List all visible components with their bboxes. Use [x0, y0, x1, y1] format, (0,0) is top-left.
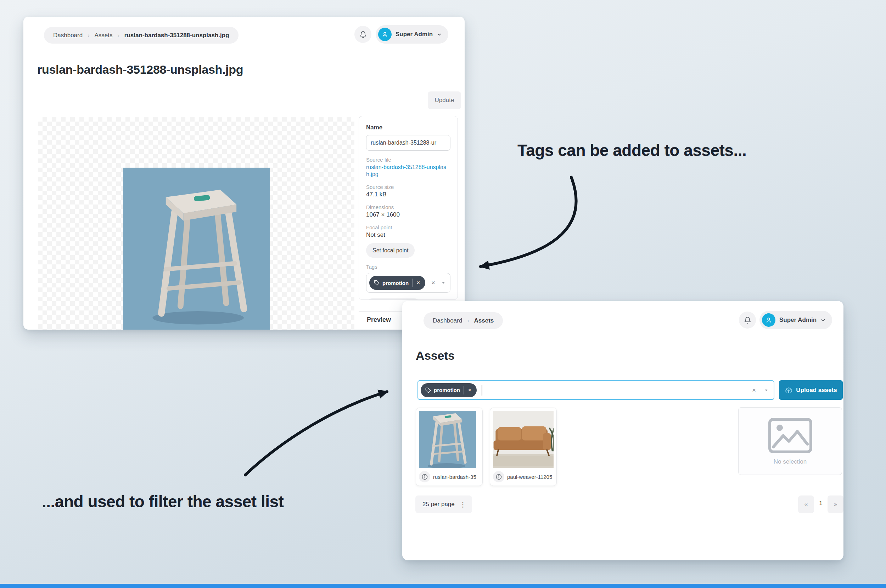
name-label: Name	[366, 124, 450, 131]
text-cursor	[482, 385, 482, 396]
asset-info-button[interactable]	[419, 471, 430, 482]
chevron-down-icon	[820, 318, 826, 323]
clear-filter-icon[interactable]: ×	[752, 386, 756, 394]
pagination-next-button[interactable]: »	[828, 495, 844, 513]
asset-info-button[interactable]	[493, 471, 504, 482]
page-title: ruslan-bardash-351288-unsplash.jpg	[37, 63, 243, 76]
asset-detail-window: Dashboard › Assets › ruslan-bardash-3512…	[23, 16, 465, 330]
no-selection-label: No selection	[774, 458, 807, 465]
filter-tag-chip-promotion[interactable]: promotion ×	[421, 383, 477, 398]
remove-filter-tag-icon[interactable]: ×	[464, 387, 475, 394]
asset-preview-image	[123, 168, 270, 330]
breadcrumb-item-dashboard[interactable]: Dashboard	[433, 317, 462, 324]
remove-tag-icon[interactable]: ×	[412, 279, 424, 286]
filter-search-input[interactable]: promotion × ×	[417, 380, 774, 400]
asset-fields-panel: Name Source file ruslan-bardash-351288-u…	[359, 116, 458, 300]
breadcrumb: Dashboard › Assets › ruslan-bardash-3512…	[44, 27, 238, 44]
asset-filename: paul-weaver-11205	[507, 474, 552, 480]
breadcrumb-item-assets: Assets	[474, 317, 494, 324]
stool-photo	[123, 168, 270, 330]
person-icon	[765, 316, 772, 324]
breadcrumb-separator: ›	[467, 318, 469, 324]
breadcrumb: Dashboard › Assets	[424, 312, 503, 329]
asset-thumbnail	[493, 411, 553, 468]
tag-icon	[374, 280, 379, 286]
source-size-value: 47.1 kB	[366, 191, 450, 198]
user-menu[interactable]: Super Admin	[760, 311, 832, 329]
breadcrumb-item-assets[interactable]: Assets	[94, 32, 113, 39]
dimensions-label: Dimensions	[366, 204, 450, 210]
cloud-upload-icon	[785, 386, 792, 394]
image-placeholder-icon	[767, 417, 813, 454]
user-avatar	[378, 28, 391, 41]
assets-list-window: Dashboard › Assets Super Admin Assets pr…	[402, 301, 844, 560]
asset-card-couch[interactable]: paul-weaver-11205	[490, 408, 557, 486]
info-icon	[495, 474, 502, 480]
pagination-prev-button[interactable]: «	[798, 495, 814, 513]
upload-assets-button[interactable]: Upload assets	[779, 380, 843, 400]
clear-tags-icon[interactable]: ×	[431, 279, 435, 287]
upload-assets-label: Upload assets	[796, 387, 837, 394]
tag-icon	[425, 387, 431, 393]
user-avatar	[762, 314, 775, 327]
video-progress-bar	[0, 584, 886, 588]
user-menu-label: Super Admin	[779, 316, 817, 324]
source-file-label: Source file	[366, 157, 450, 163]
tag-chip-label: promotion	[382, 280, 409, 286]
focal-point-label: Focal point	[366, 224, 450, 230]
focal-point-value: Not set	[366, 231, 450, 238]
arrow-to-tags-field	[481, 177, 576, 267]
chevron-down-icon[interactable]	[441, 280, 446, 285]
name-input[interactable]	[366, 135, 450, 151]
asset-preview-area	[38, 117, 354, 330]
page-title: Assets	[416, 349, 455, 363]
source-size-label: Source size	[366, 184, 450, 190]
chevron-down-icon	[436, 32, 442, 37]
dimensions-value: 1067 × 1600	[366, 211, 450, 218]
arrow-to-filter-bar	[245, 392, 387, 475]
set-focal-point-button[interactable]: Set focal point	[366, 243, 415, 258]
person-icon	[381, 31, 388, 38]
preview-section-label: Preview	[367, 316, 391, 324]
annotation-tags: Tags can be added to assets...	[517, 141, 747, 160]
asset-thumbnail	[419, 411, 480, 468]
bell-icon	[744, 316, 751, 324]
tag-chip-promotion[interactable]: promotion ×	[369, 276, 425, 290]
no-selection-panel: No selection	[738, 407, 842, 475]
header-divider	[402, 372, 844, 372]
notifications-button[interactable]	[354, 26, 372, 43]
tags-label: Tags	[366, 264, 450, 270]
manage-tags-button[interactable]: Manage tags	[366, 298, 421, 300]
filter-tag-chip-label: promotion	[434, 387, 460, 393]
user-menu[interactable]: Super Admin	[376, 25, 448, 44]
update-button[interactable]: Update	[428, 92, 461, 109]
tags-select[interactable]: promotion × ×	[366, 273, 450, 293]
breadcrumb-separator: ›	[118, 32, 120, 39]
per-page-selector[interactable]: 25 per page ⋮	[415, 495, 472, 513]
breadcrumb-item-dashboard[interactable]: Dashboard	[53, 32, 82, 39]
annotation-filter: ...and used to filter the asset list	[42, 492, 283, 511]
asset-card-stool[interactable]: ruslan-bardash-35	[416, 408, 483, 486]
info-icon	[421, 474, 428, 480]
breadcrumb-separator: ›	[87, 32, 89, 39]
breadcrumb-item-current: ruslan-bardash-351288-unsplash.jpg	[124, 32, 229, 39]
per-page-label: 25 per page	[423, 501, 455, 508]
notifications-button[interactable]	[739, 312, 756, 328]
kebab-menu-icon[interactable]: ⋮	[460, 501, 466, 508]
pagination-current-page: 1	[816, 500, 826, 507]
source-file-link[interactable]: ruslan-bardash-351288-unsplash.jpg	[366, 164, 450, 178]
user-menu-label: Super Admin	[396, 31, 433, 38]
asset-filename: ruslan-bardash-35	[433, 474, 476, 480]
bell-icon	[359, 31, 367, 38]
chevron-down-icon[interactable]	[764, 388, 769, 393]
